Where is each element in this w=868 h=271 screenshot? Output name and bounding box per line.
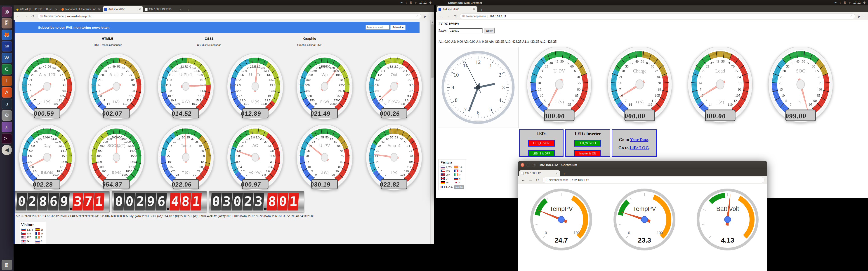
back-button[interactable]: ← xyxy=(521,178,526,182)
svg-text:15.4: 15.4 xyxy=(195,99,201,102)
email-input[interactable] xyxy=(366,25,390,30)
info-icon[interactable]: ⓘ xyxy=(545,178,548,182)
forward-button[interactable]: → xyxy=(528,178,533,182)
email-app-icon[interactable]: ✉ xyxy=(2,41,12,52)
bookmark-star-icon[interactable]: ☆ xyxy=(416,15,419,18)
tab-4[interactable]: 192.168.1.13:3333✕ xyxy=(143,6,184,12)
trash-icon[interactable]: 🗑 xyxy=(2,260,12,270)
link-year-data[interactable]: Year Data xyxy=(630,137,648,142)
tab-3[interactable]: Arduino I/U/P✕ xyxy=(103,6,143,12)
url-text[interactable]: rottenkiwi.no-ip.biz xyxy=(67,15,414,18)
ubuntu-launcher-icon[interactable]: ◎ xyxy=(2,6,12,17)
tab-close-icon[interactable]: ✕ xyxy=(179,8,182,11)
flag-counter-logo[interactable]: FLAGcounter xyxy=(440,185,464,189)
link-life-log[interactable]: LiFe LOG xyxy=(629,145,649,150)
bluetooth-icon[interactable]: ᛒ xyxy=(839,0,841,5)
new-tab-button[interactable]: + xyxy=(562,172,567,176)
vertical-scrollbar[interactable]: ▲ xyxy=(430,20,434,244)
reload-button[interactable]: ⟳ xyxy=(30,14,36,19)
firefox-icon[interactable]: 🦊 xyxy=(2,30,12,40)
network-icon[interactable]: ⇅ xyxy=(410,0,412,5)
tab-1[interactable]: ◆208.41 | ETH/USDT | Buy E✕ xyxy=(14,6,60,12)
mail-icon[interactable]: ✉ xyxy=(834,0,837,5)
avatar-icon[interactable]: ☻ xyxy=(857,14,861,18)
svg-text:28: 28 xyxy=(100,73,103,76)
reload-button[interactable]: ⟳ xyxy=(535,178,540,182)
clock-indicator[interactable]: 17:12 xyxy=(853,0,861,5)
svg-text:49: 49 xyxy=(635,60,639,63)
address-bar[interactable]: ⓘ Nezabezpečené | 192.168.1.12 xyxy=(542,177,765,183)
enter-button[interactable]: Enter xyxy=(484,28,495,33)
menu-dots-icon[interactable]: ⋮ xyxy=(862,14,866,18)
session-gear-icon[interactable]: ⚙ xyxy=(429,0,432,5)
minimize-window-button[interactable]: – xyxy=(526,163,530,167)
forward-button[interactable]: → xyxy=(23,14,29,19)
panel-indicators-left[interactable]: ✉ ᛒ ⇅ ♫ 17:12 ⚙ xyxy=(400,0,432,5)
svg-text:17.0: 17.0 xyxy=(59,165,65,169)
system-settings-icon[interactable]: ⚙ xyxy=(2,110,12,121)
scroll-up-arrow[interactable]: ▲ xyxy=(431,20,434,24)
close-window-button[interactable]: ✕ xyxy=(521,163,524,167)
svg-text:25: 25 xyxy=(186,136,190,139)
new-tab-button[interactable]: + xyxy=(186,8,191,12)
svg-text:98: 98 xyxy=(62,89,66,93)
scrollbar-thumb[interactable] xyxy=(431,24,434,78)
bookmark-star-icon[interactable]: ☆ xyxy=(850,15,853,18)
workspace-back-icon[interactable]: ◀ xyxy=(2,145,12,155)
led-button-1[interactable]: LED_E is ON xyxy=(528,140,555,146)
digit: 2 xyxy=(243,193,253,210)
session-gear-icon[interactable]: ⚙ xyxy=(863,0,866,5)
clock-indicator[interactable]: 17:12 xyxy=(419,0,427,5)
url-text[interactable]: 192.168.1.11 xyxy=(489,15,848,18)
back-button[interactable]: ← xyxy=(16,14,21,19)
led-button-2[interactable]: Inverter is ON xyxy=(575,150,601,157)
ubuntu-software-icon[interactable]: A xyxy=(2,87,12,98)
svg-text:2100: 2100 xyxy=(338,78,344,81)
bluetooth-icon[interactable]: ᛒ xyxy=(405,0,407,5)
tab-close-icon[interactable]: ✕ xyxy=(97,8,101,11)
libreoffice-impress-icon[interactable]: I xyxy=(2,76,12,86)
address-bar[interactable]: ⓘ Nezabezpečené | rottenkiwi.no-ip.biz ☆ xyxy=(37,13,421,19)
svg-text:55: 55 xyxy=(807,61,810,65)
avatar-icon[interactable]: ☻ xyxy=(423,14,427,18)
small-window-titlebar[interactable]: ✕ – ▢ 192.168.1.12 – Chromium xyxy=(518,161,767,169)
libreoffice-calc-icon[interactable]: C xyxy=(2,64,12,74)
new-tab-button[interactable]: + xyxy=(479,8,484,12)
password-input[interactable] xyxy=(449,28,483,33)
menu-dots-icon[interactable]: ⋮ xyxy=(428,14,432,18)
mail-icon[interactable]: ✉ xyxy=(400,0,403,5)
amazon-icon[interactable]: a xyxy=(2,99,12,109)
files-icon[interactable]: 🗄 xyxy=(2,18,12,29)
tab-close-icon[interactable]: ✕ xyxy=(472,8,475,11)
tab-arduino[interactable]: Arduino I/U/P ✕ xyxy=(437,6,477,12)
terminal-icon[interactable]: >_ xyxy=(2,133,12,144)
tab-192-168-1-12[interactable]: 192.168.1.12 ✕ xyxy=(519,170,560,176)
svg-text:10: 10 xyxy=(454,72,459,78)
info-icon[interactable]: ⓘ xyxy=(40,14,43,18)
tab-close-icon[interactable]: ✕ xyxy=(55,8,58,11)
address-bar[interactable]: ⓘ Nezabezpečené | 192.168.1.11 ☆ xyxy=(460,13,855,19)
back-button[interactable]: ← xyxy=(438,14,443,19)
reload-button[interactable]: ⟳ xyxy=(453,14,458,19)
panel-indicators-right[interactable]: ✉ ᛒ ⇅ ♫ 17:12 ⚙ xyxy=(834,0,866,5)
tab-close-icon[interactable]: ✕ xyxy=(138,8,141,11)
info-icon[interactable]: ⓘ xyxy=(462,14,465,18)
maximize-window-button[interactable]: ▢ xyxy=(532,163,536,167)
url-text[interactable]: 192.168.1.12 xyxy=(572,178,762,182)
digit-red: 1 xyxy=(191,193,202,210)
media-app-icon[interactable]: ♫ xyxy=(2,122,12,132)
svg-text:0: 0 xyxy=(107,173,108,176)
network-icon[interactable]: ⇅ xyxy=(844,0,846,5)
tab-2[interactable]: Nanopool | Ethereum | Ac✕ xyxy=(60,6,102,12)
tab-close-icon[interactable]: ✕ xyxy=(555,172,558,175)
forward-button[interactable]: → xyxy=(445,14,451,19)
libreoffice-writer-icon[interactable]: W xyxy=(2,53,12,63)
svg-text:35: 35 xyxy=(378,144,381,147)
subscribe-button[interactable]: Subscribe xyxy=(391,25,405,30)
led-button-1[interactable]: LED_W is OFF xyxy=(575,140,601,146)
sound-icon[interactable]: ♫ xyxy=(848,0,851,5)
sound-icon[interactable]: ♫ xyxy=(414,0,417,5)
gauge-hub xyxy=(636,80,644,89)
led-button-2[interactable]: LED_S is OFF xyxy=(528,150,555,157)
gauge-temppv-1: 0100TempPV24.7 xyxy=(527,185,595,253)
